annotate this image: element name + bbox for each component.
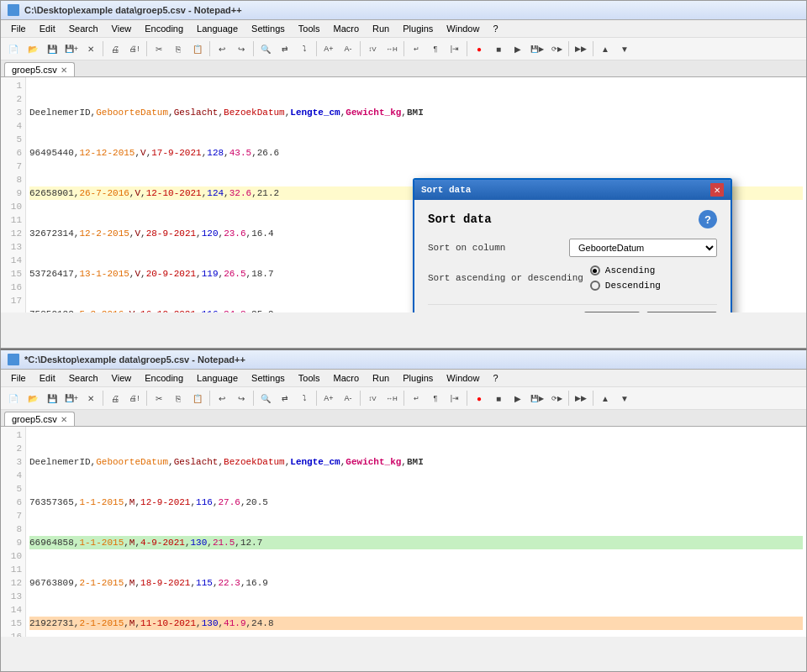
- w2-zoom-out-button[interactable]: A-: [339, 389, 357, 407]
- new-button[interactable]: 📄: [4, 39, 23, 58]
- window2-tab-close[interactable]: ✕: [61, 415, 67, 424]
- zoom-in-button[interactable]: A+: [319, 39, 338, 58]
- w2-sync-v-button[interactable]: ↕V: [363, 389, 382, 407]
- paste-button[interactable]: 📋: [188, 39, 207, 58]
- w2-menu-window[interactable]: Window: [440, 371, 486, 385]
- w2-open-button[interactable]: 📂: [24, 389, 42, 407]
- cancel-button[interactable]: Cancel: [646, 312, 717, 312]
- ascending-radio-label[interactable]: Ascending: [590, 265, 661, 276]
- w2-macro-stop-button[interactable]: ■: [489, 389, 508, 407]
- menu-search[interactable]: Search: [62, 22, 105, 35]
- cut-button[interactable]: ✂: [150, 39, 168, 58]
- w2-menu-help[interactable]: ?: [486, 371, 504, 385]
- w2-macro-record-button[interactable]: ●: [470, 389, 488, 407]
- menu-encoding[interactable]: Encoding: [138, 22, 190, 35]
- open-button[interactable]: 📂: [24, 39, 42, 58]
- move-down-button[interactable]: ▼: [615, 39, 634, 58]
- menu-macro[interactable]: Macro: [326, 22, 366, 35]
- descending-radio[interactable]: [590, 281, 600, 291]
- indent-guide-button[interactable]: |⇥: [446, 39, 464, 58]
- menu-language[interactable]: Language: [190, 22, 245, 35]
- zoom-out-button[interactable]: A-: [339, 39, 357, 58]
- w2-menu-file[interactable]: File: [4, 371, 33, 385]
- w2-sync-h-button[interactable]: ↔H: [382, 389, 401, 407]
- w2-menu-language[interactable]: Language: [190, 371, 245, 385]
- run-button[interactable]: ▶▶: [572, 39, 590, 58]
- window2-editor[interactable]: 1 2 3 4 5 6 7 8 9 10 11 12 13 14 15 16 1…: [1, 427, 806, 637]
- w2-menu-search[interactable]: Search: [62, 371, 105, 385]
- window1-tab-close[interactable]: ✕: [61, 66, 67, 75]
- macro-save-button[interactable]: 💾▶: [528, 39, 546, 58]
- sync-v-button[interactable]: ↕V: [363, 39, 382, 58]
- w2-save-button[interactable]: 💾: [43, 389, 61, 407]
- w2-move-down-button[interactable]: ▼: [615, 389, 634, 407]
- w2-all-chars-button[interactable]: ¶: [426, 389, 445, 407]
- ascending-radio[interactable]: [590, 265, 600, 276]
- w2-macro-play-button[interactable]: ▶: [509, 389, 527, 407]
- w2-menu-view[interactable]: View: [105, 371, 139, 385]
- w2-paste-button[interactable]: 📋: [188, 389, 207, 407]
- dialog-help-button[interactable]: ?: [699, 210, 717, 228]
- w2-find-button[interactable]: 🔍: [256, 389, 275, 407]
- w2-word-wrap-button[interactable]: ↵: [407, 389, 425, 407]
- menu-help[interactable]: ?: [486, 22, 504, 35]
- w2-save-all-button[interactable]: 💾+: [62, 389, 81, 407]
- w2-indent-guide-button[interactable]: |⇥: [446, 389, 464, 407]
- print-now-button[interactable]: 🖨!: [125, 39, 144, 58]
- w2-menu-run[interactable]: Run: [366, 371, 396, 385]
- w2-close-button[interactable]: ✕: [82, 389, 100, 407]
- descending-radio-label[interactable]: Descending: [590, 281, 661, 291]
- window1-tab[interactable]: groep5.csv ✕: [4, 62, 75, 76]
- w2-run-button[interactable]: ▶▶: [572, 389, 590, 407]
- all-chars-button[interactable]: ¶: [426, 39, 445, 58]
- move-up-button[interactable]: ▲: [596, 39, 614, 58]
- w2-menu-settings[interactable]: Settings: [245, 371, 292, 385]
- macro-stop-button[interactable]: ■: [489, 39, 508, 58]
- copy-button[interactable]: ⎘: [169, 39, 187, 58]
- sort-column-select[interactable]: GeboorteDatum DeelnemerID Geslacht Bezoe…: [569, 239, 717, 257]
- dialog-close-button[interactable]: ✕: [710, 183, 724, 197]
- w2-copy-button[interactable]: ⎘: [169, 389, 187, 407]
- w2-menu-tools[interactable]: Tools: [292, 371, 327, 385]
- redo-button[interactable]: ↪: [232, 39, 251, 58]
- ok-button[interactable]: Ok: [584, 312, 640, 312]
- menu-plugins[interactable]: Plugins: [396, 22, 440, 35]
- sync-h-button[interactable]: ↔H: [382, 39, 401, 58]
- menu-file[interactable]: File: [4, 22, 33, 35]
- w2-cut-button[interactable]: ✂: [150, 389, 168, 407]
- word-wrap-button[interactable]: ↵: [407, 39, 425, 58]
- w2-undo-button[interactable]: ↩: [213, 389, 231, 407]
- w2-menu-encoding[interactable]: Encoding: [138, 371, 190, 385]
- w2-zoom-in-button[interactable]: A+: [319, 389, 338, 407]
- macro-record-button[interactable]: ●: [470, 39, 488, 58]
- macro-run-many-button[interactable]: ⟳▶: [547, 39, 566, 58]
- w2-menu-plugins[interactable]: Plugins: [396, 371, 440, 385]
- menu-tools[interactable]: Tools: [292, 22, 327, 35]
- w2-macro-run-many-button[interactable]: ⟳▶: [547, 389, 566, 407]
- w2-redo-button[interactable]: ↪: [232, 389, 251, 407]
- menu-settings[interactable]: Settings: [245, 22, 292, 35]
- print-button[interactable]: 🖨: [106, 39, 124, 58]
- w2-macro-save-button[interactable]: 💾▶: [528, 389, 546, 407]
- w2-find-next-button[interactable]: ⤵: [295, 389, 314, 407]
- find-button[interactable]: 🔍: [256, 39, 275, 58]
- close-button[interactable]: ✕: [82, 39, 100, 58]
- undo-button[interactable]: ↩: [213, 39, 231, 58]
- w2-menu-macro[interactable]: Macro: [326, 371, 366, 385]
- find-next-button[interactable]: ⤵: [295, 39, 314, 58]
- w2-new-button[interactable]: 📄: [4, 389, 23, 407]
- menu-run[interactable]: Run: [366, 22, 396, 35]
- save-all-button[interactable]: 💾+: [62, 39, 81, 58]
- menu-view[interactable]: View: [105, 22, 139, 35]
- macro-play-button[interactable]: ▶: [509, 39, 527, 58]
- save-button[interactable]: 💾: [43, 39, 61, 58]
- w2-print-button[interactable]: 🖨: [106, 389, 124, 407]
- w2-move-up-button[interactable]: ▲: [596, 389, 614, 407]
- w2-menu-edit[interactable]: Edit: [33, 371, 62, 385]
- menu-window[interactable]: Window: [440, 22, 486, 35]
- replace-button[interactable]: ⇄: [276, 39, 294, 58]
- window2-tab[interactable]: groep5.csv ✕: [4, 412, 75, 426]
- menu-edit[interactable]: Edit: [33, 22, 62, 35]
- w2-replace-button[interactable]: ⇄: [276, 389, 294, 407]
- w2-print-now-button[interactable]: 🖨!: [125, 389, 144, 407]
